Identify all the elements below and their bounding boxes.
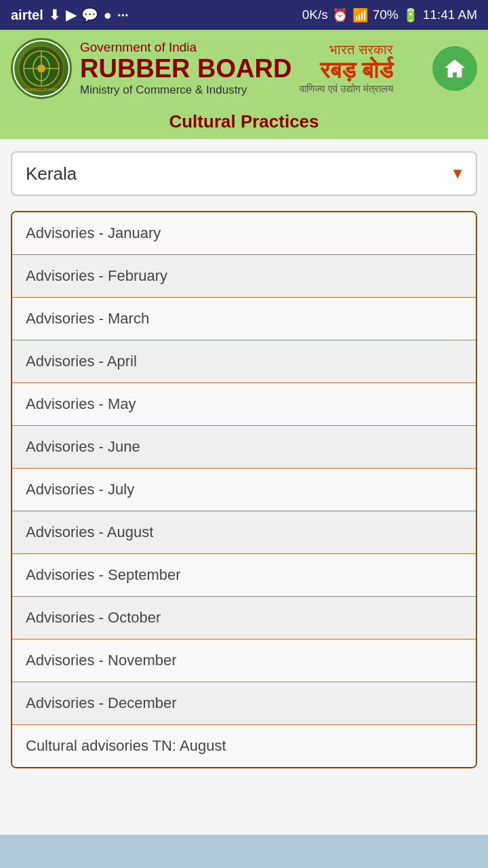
govt-text-en: Government of India — [80, 40, 291, 55]
list-item[interactable]: Advisories - September — [12, 554, 476, 597]
alarm-icon: ⏰ — [332, 7, 348, 23]
logo-emblem: RUBBER BOARD — [14, 41, 68, 96]
list-item[interactable]: Advisories - May — [12, 383, 476, 426]
list-item[interactable]: Advisories - February — [12, 255, 476, 298]
download-icon: ⬇ — [49, 7, 60, 23]
header-title-bar: Cultural Practices — [11, 106, 477, 139]
status-left: airtel ⬇ ▶ 💬 ● ··· — [11, 7, 129, 23]
logo-section: RUBBER BOARD Government of India RUBBER … — [11, 38, 393, 99]
advisory-text: Advisories - October — [26, 609, 161, 626]
bottom-bar — [0, 835, 488, 868]
signal-icon: 📶 — [352, 7, 369, 23]
page-title: Cultural Practices — [169, 111, 319, 132]
ministry-text-hi: वाणिज्य एवं उद्योग मंत्रालय — [300, 83, 393, 95]
battery-icon: 🔋 — [403, 7, 419, 23]
advisories-list: Advisories - January Advisories - Februa… — [11, 211, 477, 768]
rubber-board-logo: RUBBER BOARD — [11, 38, 72, 99]
header-top: RUBBER BOARD Government of India RUBBER … — [11, 38, 477, 106]
list-item[interactable]: Advisories - March — [12, 298, 476, 340]
svg-text:RUBBER BOARD: RUBBER BOARD — [25, 87, 58, 92]
home-button[interactable] — [432, 46, 477, 91]
advisory-text: Advisories - April — [26, 353, 137, 370]
board-text-hi: रबड़ बोर्ड — [300, 58, 393, 83]
list-item[interactable]: Advisories - October — [12, 597, 476, 639]
advisory-text: Cultural advisories TN: August — [26, 737, 226, 754]
list-item[interactable]: Advisories - April — [12, 340, 476, 383]
status-right: 0K/s ⏰ 📶 70% 🔋 11:41 AM — [302, 7, 477, 23]
list-item[interactable]: Advisories - January — [12, 212, 476, 255]
list-item[interactable]: Cultural advisories TN: August — [12, 725, 476, 767]
advisory-text: Advisories - November — [26, 652, 177, 669]
svg-point-2 — [37, 64, 45, 73]
home-icon — [442, 56, 468, 81]
list-item[interactable]: Advisories - July — [12, 469, 476, 511]
advisory-text: Advisories - May — [26, 395, 136, 412]
chat-icon: 💬 — [81, 7, 98, 23]
dropdown-wrapper: Kerala Tamil Nadu Karnataka Assam Tripur… — [11, 151, 477, 196]
state-dropdown-container: Kerala Tamil Nadu Karnataka Assam Tripur… — [11, 151, 477, 196]
list-item[interactable]: Advisories - November — [12, 639, 476, 682]
network-speed: 0K/s — [302, 7, 328, 22]
ministry-text-en: Ministry of Commerce & Industry — [80, 83, 291, 97]
advisory-text: Advisories - June — [26, 438, 140, 455]
time-text: 11:41 AM — [423, 7, 477, 22]
advisory-text: Advisories - February — [26, 267, 167, 284]
emblem-svg: RUBBER BOARD — [18, 45, 65, 92]
youtube-icon: ▶ — [66, 7, 76, 23]
app-header: RUBBER BOARD Government of India RUBBER … — [0, 30, 488, 139]
list-item[interactable]: Advisories - August — [12, 511, 476, 554]
more-icon: ··· — [117, 7, 129, 23]
content-spacer — [0, 781, 488, 835]
main-content: Kerala Tamil Nadu Karnataka Assam Tripur… — [0, 139, 488, 781]
advisory-text: Advisories - March — [26, 310, 149, 327]
state-select[interactable]: Kerala Tamil Nadu Karnataka Assam Tripur… — [11, 151, 477, 196]
advisory-text: Advisories - July — [26, 481, 134, 498]
whatsapp-icon: ● — [104, 7, 112, 23]
carrier-text: airtel — [11, 7, 43, 23]
advisory-text: Advisories - September — [26, 566, 181, 583]
logo-text-english: Government of India RUBBER BOARD Ministr… — [80, 40, 291, 97]
battery-text: 70% — [373, 7, 399, 22]
list-item[interactable]: Advisories - June — [12, 426, 476, 469]
advisory-text: Advisories - December — [26, 694, 177, 711]
govt-text-hi: भारत सरकार — [300, 42, 393, 58]
advisory-text: Advisories - January — [26, 224, 161, 241]
logo-text-hindi: भारत सरकार रबड़ बोर्ड वाणिज्य एवं उद्योग… — [300, 42, 393, 95]
status-bar: airtel ⬇ ▶ 💬 ● ··· 0K/s ⏰ 📶 70% 🔋 11:41 … — [0, 0, 488, 30]
list-item[interactable]: Advisories - December — [12, 682, 476, 725]
advisory-text: Advisories - August — [26, 524, 153, 540]
board-text-en: RUBBER BOARD — [80, 55, 291, 83]
